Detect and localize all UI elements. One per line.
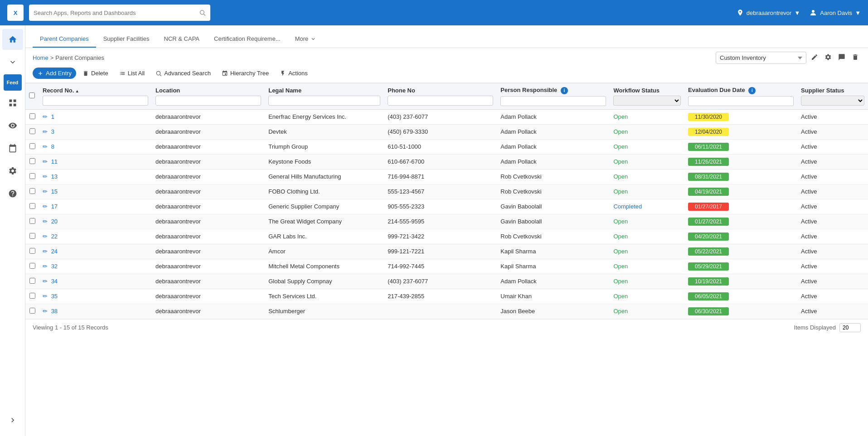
record-no-link[interactable]: 34 [51,278,58,285]
workflow-cell: Open [610,109,684,124]
sidebar-item-settings[interactable] [2,160,23,181]
filter-eval-date[interactable] [688,96,794,106]
location-selector[interactable]: debraaarontrevor ▼ [737,9,800,16]
record-no-link[interactable]: 15 [51,188,58,195]
row-edit-icon[interactable]: ✏ [43,188,48,195]
record-no-link[interactable]: 20 [51,218,58,225]
row-edit-icon[interactable]: ✏ [43,248,48,255]
svg-point-2 [812,10,815,13]
eval-date-cell: 06/30/2021 [684,304,797,319]
sidebar-item-calendar[interactable] [2,138,23,159]
record-no-link[interactable]: 22 [51,233,58,240]
advanced-search-button[interactable]: Advanced Search [151,68,215,79]
row-checkbox[interactable] [29,308,35,314]
sidebar-item-help[interactable] [2,183,23,204]
row-edit-icon[interactable]: ✏ [43,203,48,210]
tab-more[interactable]: More [288,31,324,48]
row-edit-icon[interactable]: ✏ [43,233,48,240]
list-all-button[interactable]: List All [115,68,150,79]
tab-supplier-facilities[interactable]: Supplier Facilities [96,31,157,48]
sidebar-expand[interactable] [2,410,23,436]
row-edit-icon[interactable]: ✏ [43,158,48,165]
record-no-sort[interactable]: Record No. [43,87,79,94]
record-no-link[interactable]: 1 [51,113,54,120]
row-checkbox[interactable] [29,203,35,209]
record-no-link[interactable]: 24 [51,248,58,255]
actions-button[interactable]: Actions [275,68,312,79]
add-entry-button[interactable]: Add Entry [33,68,76,79]
row-checkbox-cell [25,304,39,319]
hierarchy-tree-button[interactable]: Hierarchy Tree [217,68,273,79]
row-edit-icon[interactable]: ✏ [43,278,48,285]
eval-date-cell: 10/19/2021 [684,274,797,289]
filter-phone[interactable] [388,96,493,106]
row-edit-icon[interactable]: ✏ [43,113,48,120]
filter-workflow-dropdown[interactable] [613,96,681,106]
filter-location[interactable] [155,96,261,106]
record-no-link[interactable]: 35 [51,293,58,300]
filter-record-no[interactable] [43,96,148,106]
sidebar-item-grid[interactable] [2,92,23,113]
tab-ncr-capa[interactable]: NCR & CAPA [157,31,207,48]
row-checkbox[interactable] [29,248,35,254]
person-cell: Adam Pollack [497,274,610,289]
user-menu[interactable]: Aaron Davis ▼ [809,9,861,17]
record-no-link[interactable]: 8 [51,143,54,150]
search-input[interactable] [34,10,195,16]
record-no-link[interactable]: 13 [51,173,58,180]
custom-inventory-dropdown[interactable]: Custom Inventory [716,52,806,64]
comment-icon-button[interactable] [836,52,847,64]
trash-icon-button[interactable] [850,52,861,64]
sidebar-item-home[interactable] [2,29,23,50]
record-no-link[interactable]: 32 [51,263,58,270]
row-edit-icon[interactable]: ✏ [43,218,48,225]
row-edit-icon[interactable]: ✏ [43,308,48,315]
breadcrumb-home[interactable]: Home [33,54,48,61]
sidebar-item-arrow[interactable] [2,52,23,73]
sidebar-item-feed[interactable]: Feed [4,74,22,91]
delete-button[interactable]: Delete [78,68,113,79]
row-edit-icon[interactable]: ✏ [43,173,48,180]
filter-supplier-status-dropdown[interactable] [801,96,864,106]
legal-name-cell: Devtek [265,124,384,139]
row-edit-icon[interactable]: ✏ [43,128,48,135]
record-no-link[interactable]: 11 [51,158,58,165]
app-logo[interactable]: X [7,5,24,21]
filter-legal-name[interactable] [268,96,380,106]
row-checkbox[interactable] [29,293,35,299]
person-info-icon[interactable]: i [561,87,568,94]
sidebar-item-eye[interactable] [2,115,23,136]
date-badge: 08/31/2021 [688,173,729,181]
search-icon[interactable] [199,9,206,16]
row-checkbox[interactable] [29,158,35,164]
edit-icon-button[interactable] [809,52,820,64]
row-edit-icon[interactable]: ✏ [43,143,48,150]
row-edit-icon[interactable]: ✏ [43,293,48,300]
row-checkbox[interactable] [29,233,35,239]
workflow-cell: Open [610,304,684,319]
row-checkbox[interactable] [29,278,35,284]
record-no-link[interactable]: 3 [51,128,54,135]
phone-cell: 610-667-6700 [384,154,497,169]
record-no-link[interactable]: 38 [51,308,58,315]
tab-cert-req[interactable]: Certification Requireme... [207,31,288,48]
eval-date-info-icon[interactable]: i [748,87,756,94]
row-checkbox[interactable] [29,188,35,194]
row-edit-icon[interactable]: ✏ [43,263,48,270]
row-checkbox[interactable] [29,113,35,119]
row-checkbox[interactable] [29,218,35,224]
select-all-checkbox[interactable] [29,92,35,98]
table-row: ✏ 24 debraaarontrevor Amcor 999-121-7221… [25,244,868,259]
location-cell: debraaarontrevor [152,214,265,229]
items-per-page-select[interactable]: 20 10 50 100 [839,323,861,332]
th-supplier-status: Supplier Status [797,83,868,110]
row-checkbox[interactable] [29,143,35,149]
row-checkbox[interactable] [29,263,35,269]
record-no-link[interactable]: 17 [51,203,58,210]
filter-person[interactable] [500,96,606,106]
row-checkbox[interactable] [29,128,35,134]
tab-parent-companies[interactable]: Parent Companies [33,31,96,48]
row-checkbox[interactable] [29,173,35,179]
settings-icon-button[interactable] [823,52,834,64]
workflow-cell: Open [610,274,684,289]
